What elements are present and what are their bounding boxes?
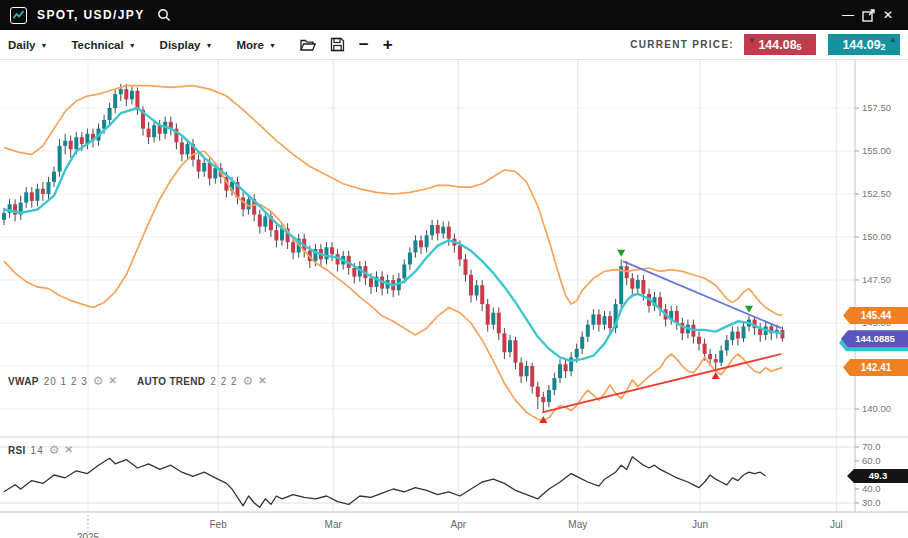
svg-text:30.0: 30.0 xyxy=(862,497,881,508)
rsi-label: RSI xyxy=(8,445,26,456)
vwap-params: 20 1 2 3 xyxy=(44,376,88,387)
minimize-button[interactable]: — xyxy=(838,0,858,30)
svg-text:40.0: 40.0 xyxy=(862,483,881,494)
time-axis-labels: FebMarAprMayJunJul2025 xyxy=(77,519,843,538)
chevron-down-icon: ▼ xyxy=(129,42,136,49)
toolbar: Daily▼ Technical▼ Display▼ More▼ − + CUR… xyxy=(0,30,908,60)
trading-app-window: SPOT, USD/JPY — ✕ Daily▼ Technical▼ Disp… xyxy=(0,0,908,538)
menu-daily[interactable]: Daily▼ xyxy=(8,39,47,51)
svg-text:2025: 2025 xyxy=(77,532,100,538)
arrow-up-icon: ▲ xyxy=(889,35,897,44)
indicator-legend-row: VWAP 20 1 2 3 ⚙ ✕ AUTO TREND 2 2 2 ⚙ ✕ xyxy=(8,375,267,387)
rsi-pane xyxy=(0,447,855,507)
svg-text:49.3: 49.3 xyxy=(869,470,888,481)
ask-price-button[interactable]: 144.092 ▲ xyxy=(828,34,900,55)
chevron-down-icon: ▼ xyxy=(206,42,213,49)
rsi-params: 14 xyxy=(31,445,44,456)
search-icon[interactable] xyxy=(157,8,171,22)
svg-text:Apr: Apr xyxy=(451,519,467,530)
chevron-down-icon: ▼ xyxy=(269,42,276,49)
close-icon[interactable]: ✕ xyxy=(258,376,266,386)
bid-fraction: 5 xyxy=(797,42,802,52)
gear-icon[interactable]: ⚙ xyxy=(49,444,60,456)
window-titlebar[interactable]: SPOT, USD/JPY — ✕ xyxy=(0,0,908,30)
ask-price: 144.09 xyxy=(842,38,880,52)
svg-text:150.00: 150.00 xyxy=(862,231,891,242)
svg-text:Jun: Jun xyxy=(692,519,708,530)
gear-icon[interactable]: ⚙ xyxy=(243,375,254,387)
zoom-out-icon[interactable]: − xyxy=(359,36,369,53)
gear-icon[interactable]: ⚙ xyxy=(93,375,104,387)
svg-text:Feb: Feb xyxy=(209,519,227,530)
svg-text:70.0: 70.0 xyxy=(862,441,881,452)
zoom-in-icon[interactable]: + xyxy=(383,36,393,53)
rsi-line xyxy=(4,457,766,507)
menu-more[interactable]: More▼ xyxy=(236,39,275,51)
price-gridlines xyxy=(0,108,855,409)
ask-fraction: 2 xyxy=(881,42,886,52)
popout-icon[interactable] xyxy=(858,0,878,30)
chevron-down-icon: ▼ xyxy=(41,42,48,49)
svg-text:147.50: 147.50 xyxy=(862,274,891,285)
svg-text:Jul: Jul xyxy=(830,519,843,530)
bid-price: 144.08 xyxy=(758,38,796,52)
pane-borders xyxy=(0,60,908,512)
app-chart-icon xyxy=(10,7,27,24)
trend-markers xyxy=(539,250,753,423)
auto-trend-params: 2 2 2 xyxy=(210,376,237,387)
svg-text:144.0885: 144.0885 xyxy=(855,333,895,344)
save-icon[interactable] xyxy=(330,37,345,52)
menu-technical[interactable]: Technical▼ xyxy=(71,39,135,51)
current-price-label: CURRENT PRICE: xyxy=(630,39,734,50)
candlesticks xyxy=(2,84,784,413)
svg-text:155.00: 155.00 xyxy=(862,145,891,156)
current-price-area: CURRENT PRICE: ▼ 144.085 144.092 ▲ xyxy=(630,34,900,55)
vwap-label: VWAP xyxy=(8,376,39,387)
svg-text:140.00: 140.00 xyxy=(862,403,891,414)
bid-price-button[interactable]: ▼ 144.085 xyxy=(744,34,816,55)
rsi-legend-row: RSI 14 ⚙ ✕ xyxy=(8,444,73,456)
svg-text:152.50: 152.50 xyxy=(862,188,891,199)
svg-text:157.50: 157.50 xyxy=(862,102,891,113)
arrow-down-icon: ▼ xyxy=(748,36,756,45)
svg-text:60.0: 60.0 xyxy=(862,455,881,466)
close-icon[interactable]: ✕ xyxy=(64,445,72,455)
chart-area[interactable]: 157.50155.00152.50150.00147.50145.00142.… xyxy=(0,60,908,538)
trend-line-resistance[interactable] xyxy=(623,261,782,328)
svg-text:145.44: 145.44 xyxy=(861,310,892,321)
svg-text:Mar: Mar xyxy=(325,519,343,530)
window-title: SPOT, USD/JPY xyxy=(37,8,145,22)
svg-text:142.41: 142.41 xyxy=(861,362,892,373)
close-icon[interactable]: ✕ xyxy=(109,376,117,386)
month-gridlines xyxy=(88,60,836,535)
price-chart-svg[interactable]: 157.50155.00152.50150.00147.50145.00142.… xyxy=(0,60,908,538)
svg-text:May: May xyxy=(568,519,587,530)
open-folder-icon[interactable] xyxy=(300,38,316,52)
close-button[interactable]: ✕ xyxy=(878,0,898,30)
auto-trend-label: AUTO TREND xyxy=(137,376,205,387)
menu-display[interactable]: Display▼ xyxy=(160,39,213,51)
